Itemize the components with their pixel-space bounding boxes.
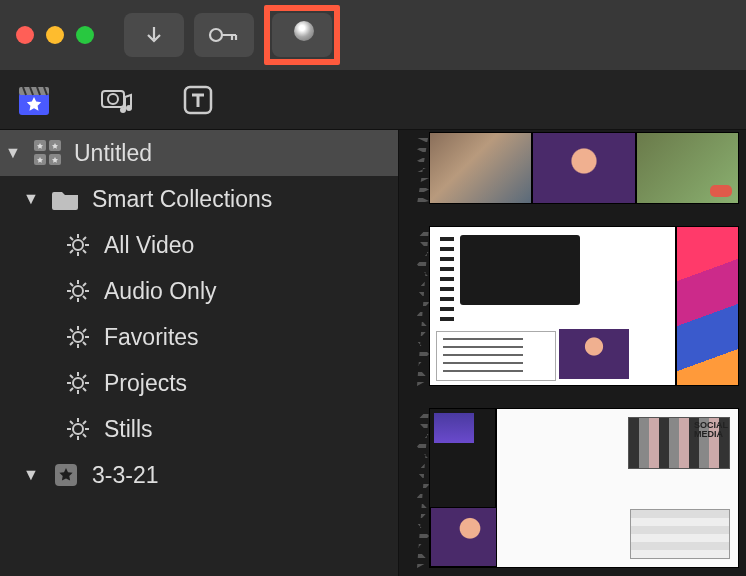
minimize-window-button[interactable]	[46, 26, 64, 44]
event-star-icon	[50, 462, 82, 488]
smart-collection-label: Audio Only	[104, 278, 217, 305]
keyword-editor-button[interactable]	[194, 13, 254, 57]
folder-icon	[50, 188, 82, 210]
event-row[interactable]: ▼ 3-3-21	[0, 452, 398, 498]
svg-point-5	[120, 107, 126, 113]
clip-thumbnail	[532, 132, 635, 204]
disclosure-triangle-icon[interactable]: ▼	[22, 466, 40, 484]
smart-collection-audio-only[interactable]: Audio Only	[0, 268, 398, 314]
download-arrow-icon	[142, 23, 166, 47]
smart-collection-label: Favorites	[104, 324, 199, 351]
disclosure-triangle-icon[interactable]: ▼	[4, 144, 22, 162]
clapperboard-star-icon	[17, 83, 51, 117]
gear-icon	[62, 370, 94, 396]
tab-titles-generators[interactable]	[180, 82, 216, 118]
tab-photos-audio[interactable]	[98, 82, 134, 118]
svg-point-16	[73, 424, 83, 434]
libraries-sidebar: ▼ Untitled ▼ Smart Collections All Video…	[0, 130, 398, 576]
clip-browser[interactable]	[398, 130, 746, 576]
sidebar-tabstrip	[0, 70, 746, 130]
event-label: 3-3-21	[92, 462, 158, 489]
fullscreen-window-button[interactable]	[76, 26, 94, 44]
smart-collection-label: Stills	[104, 416, 153, 443]
svg-point-0	[210, 29, 222, 41]
clip-thumbnail	[429, 132, 532, 204]
titlebar	[0, 0, 746, 70]
svg-point-6	[126, 105, 132, 111]
clip-thumbnail	[429, 408, 496, 568]
smart-collections-label: Smart Collections	[92, 186, 272, 213]
close-window-button[interactable]	[16, 26, 34, 44]
window-controls	[16, 26, 94, 44]
svg-point-12	[73, 240, 83, 250]
svg-point-15	[73, 378, 83, 388]
disclosure-triangle-icon[interactable]: ▼	[22, 190, 40, 208]
clip-thumbnail	[676, 226, 739, 386]
clip-thumbnail	[496, 408, 739, 568]
svg-point-13	[73, 286, 83, 296]
library-row[interactable]: ▼ Untitled	[0, 130, 398, 176]
smart-collection-projects[interactable]: Projects	[0, 360, 398, 406]
background-tasks-icon	[294, 21, 314, 41]
smart-collections-folder-row[interactable]: ▼ Smart Collections	[0, 176, 398, 222]
content-area: ▼ Untitled ▼ Smart Collections All Video…	[0, 130, 746, 576]
tutorial-highlight	[264, 5, 340, 65]
key-icon	[206, 23, 242, 47]
browser-clip[interactable]	[429, 226, 739, 386]
import-button[interactable]	[124, 13, 184, 57]
smart-collection-label: All Video	[104, 232, 194, 259]
smart-collection-all-video[interactable]: All Video	[0, 222, 398, 268]
title-t-icon	[181, 83, 215, 117]
library-icon	[32, 139, 64, 167]
clip-thumbnail	[429, 226, 676, 386]
browser-clip[interactable]	[429, 132, 739, 204]
gear-icon	[62, 278, 94, 304]
background-tasks-button[interactable]	[272, 13, 332, 57]
smart-collection-stills[interactable]: Stills	[0, 406, 398, 452]
svg-point-4	[108, 94, 118, 104]
smart-collection-favorites[interactable]: Favorites	[0, 314, 398, 360]
svg-point-14	[73, 332, 83, 342]
camera-music-icon	[99, 83, 133, 117]
tab-media-library[interactable]	[16, 82, 52, 118]
library-name-label: Untitled	[74, 140, 152, 167]
clip-thumbnail	[636, 132, 739, 204]
gear-icon	[62, 232, 94, 258]
gear-icon	[62, 416, 94, 442]
browser-clip[interactable]	[429, 408, 739, 568]
gear-icon	[62, 324, 94, 350]
smart-collection-label: Projects	[104, 370, 187, 397]
